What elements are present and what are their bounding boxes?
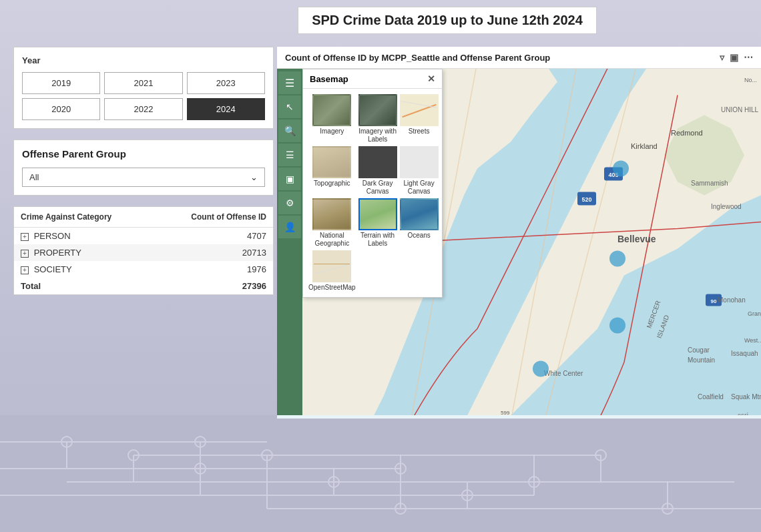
basemap-item-topographic[interactable]: Topographic — [308, 146, 356, 196]
expand-map-icon[interactable]: ▣ — [730, 52, 738, 63]
map-toolbar: ☰ ↖ 🔍 ☰ ▣ ⚙ 👤 — [277, 69, 302, 415]
svg-text:Coalfield: Coalfield — [698, 393, 724, 401]
hamburger-menu-button[interactable]: ☰ — [278, 71, 301, 94]
main-title: SPD Crime Data 2019 up to June 12th 2024 — [298, 7, 597, 34]
col-category: Crime Against Category — [14, 207, 154, 228]
svg-text:Redmond: Redmond — [671, 129, 703, 137]
svg-text:UNION HILL: UNION HILL — [721, 106, 759, 113]
year-2020[interactable]: 2020 — [22, 98, 100, 120]
svg-text:Monohan: Monohan — [718, 296, 746, 304]
svg-text:esri: esri — [738, 412, 748, 416]
svg-text:Bellevue: Bellevue — [617, 234, 656, 244]
map-title: Count of Offense ID by MCPP_Seattle and … — [285, 53, 550, 63]
year-2019[interactable]: 2019 — [22, 72, 100, 94]
year-2022[interactable]: 2022 — [104, 98, 182, 120]
svg-text:White Center: White Center — [544, 370, 583, 377]
svg-point-64 — [613, 161, 629, 177]
user-button[interactable]: 👤 — [278, 216, 301, 238]
basemap-item-oceans[interactable]: Oceans — [400, 198, 439, 248]
basemap-panel: Basemap ✕ Imagery Imagery with Labels — [302, 69, 443, 298]
basemap-item-imagery-labels[interactable]: Imagery with Labels — [358, 94, 397, 144]
basemap-item-dark-gray[interactable]: Dark Gray Canvas — [358, 146, 397, 196]
svg-point-67 — [533, 361, 549, 377]
chevron-down-icon: ⌄ — [250, 172, 258, 182]
category-property: + PROPERTY — [14, 244, 154, 261]
table-row: + PERSON 4707 — [14, 228, 273, 245]
basemap-item-national-geo[interactable]: National Geographic — [308, 198, 356, 248]
svg-text:Inglewood: Inglewood — [711, 203, 742, 210]
layers-button[interactable]: ☰ — [278, 144, 301, 166]
select-tool-button[interactable]: ↖ — [278, 95, 301, 118]
basemap-item-terrain[interactable]: Terrain with Labels — [358, 198, 397, 248]
svg-point-65 — [609, 251, 625, 267]
svg-rect-0 — [0, 415, 761, 532]
svg-text:No...: No... — [744, 77, 757, 83]
category-person: + PERSON — [14, 228, 154, 245]
crime-table-section: Crime Against Category Count of Offense … — [13, 206, 274, 295]
close-icon[interactable]: ✕ — [427, 73, 435, 84]
filter-icon[interactable]: ▿ — [720, 52, 724, 63]
left-panel: Year 2019 2021 2023 2020 2022 2024 Offen… — [13, 47, 274, 295]
expand-icon[interactable]: + — [21, 250, 29, 258]
svg-text:Cougar: Cougar — [688, 346, 710, 354]
count-property: 20713 — [154, 244, 273, 261]
table-total-row: Total 27396 — [14, 278, 273, 294]
title-bar: SPD Crime Data 2019 up to June 12th 2024 — [200, 7, 694, 34]
svg-text:599: 599 — [501, 410, 510, 416]
count-person: 4707 — [154, 228, 273, 245]
basemap-item-light-gray[interactable]: Light Gray Canvas — [400, 146, 439, 196]
svg-text:520: 520 — [581, 196, 591, 203]
expand-icon[interactable]: + — [21, 233, 29, 241]
col-count: Count of Offense ID — [154, 207, 273, 228]
year-2024[interactable]: 2024 — [187, 98, 265, 120]
category-society: + SOCIETY — [14, 261, 154, 278]
svg-text:Sammamish: Sammamish — [691, 180, 728, 187]
svg-text:Kirkland: Kirkland — [631, 142, 658, 150]
offense-section: Offense Parent Group All ⌄ — [13, 140, 274, 196]
year-2023[interactable]: 2023 — [187, 72, 265, 94]
year-2021[interactable]: 2021 — [104, 72, 182, 94]
svg-text:Grand R...: Grand R... — [748, 310, 761, 317]
year-grid: 2019 2021 2023 2020 2022 2024 — [22, 72, 265, 120]
svg-text:Issaquah: Issaquah — [731, 350, 758, 357]
map-content[interactable]: 405 520 90 Kirkland Redmond UNION HILL S… — [277, 69, 761, 415]
svg-point-66 — [609, 318, 625, 334]
map-header: Count of Offense ID by MCPP_Seattle and … — [277, 47, 761, 69]
search-button[interactable]: 🔍 — [278, 119, 301, 142]
count-society: 1976 — [154, 261, 273, 278]
basemap-grid: Imagery Imagery with Labels Streets T — [303, 89, 442, 297]
basemap-item-openstreet[interactable]: OpenStreetMap — [308, 250, 356, 292]
map-area: Count of Offense ID by MCPP_Seattle and … — [277, 47, 761, 419]
offense-dropdown[interactable]: All ⌄ — [22, 168, 265, 187]
basemap-item-imagery[interactable]: Imagery — [308, 94, 356, 144]
table-row: + PROPERTY 20713 — [14, 244, 273, 261]
basemap-title: Basemap — [310, 74, 348, 84]
map-header-icons: ▿ ▣ ⋯ — [720, 52, 753, 63]
year-section: Year 2019 2021 2023 2020 2022 2024 — [13, 47, 274, 129]
table-row: + SOCIETY 1976 — [14, 261, 273, 278]
grid-button[interactable]: ▣ — [278, 168, 301, 190]
svg-text:90: 90 — [711, 298, 717, 304]
basemap-item-streets[interactable]: Streets — [400, 94, 439, 144]
expand-icon[interactable]: + — [21, 266, 29, 274]
svg-text:Squak Mtn: Squak Mtn — [731, 393, 761, 401]
settings-button[interactable]: ⚙ — [278, 192, 301, 214]
total-label: Total — [14, 278, 154, 294]
offense-dropdown-value: All — [29, 172, 39, 182]
crime-table: Crime Against Category Count of Offense … — [14, 207, 273, 294]
svg-text:West...: West... — [744, 337, 761, 344]
offense-title: Offense Parent Group — [22, 148, 265, 160]
year-label: Year — [22, 55, 265, 65]
svg-text:Mountain: Mountain — [688, 356, 715, 364]
total-count: 27396 — [154, 278, 273, 294]
more-options-icon[interactable]: ⋯ — [744, 52, 753, 63]
basemap-header: Basemap ✕ — [303, 69, 442, 89]
